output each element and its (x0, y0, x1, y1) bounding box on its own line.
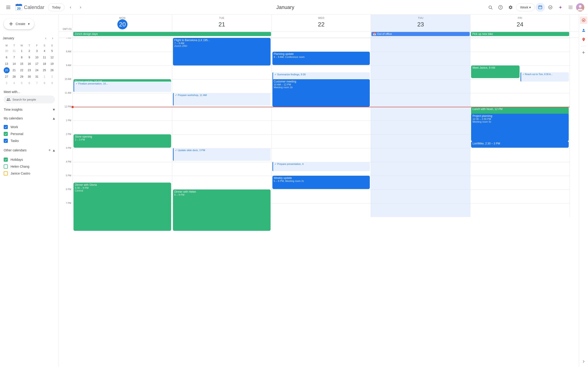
day-column-thu[interactable] (371, 38, 470, 217)
event-customer-meeting[interactable]: Customer meeting 10 AM – 12 PM Meeting r… (273, 79, 370, 107)
day-column-wed[interactable]: Planning update 8 – 9 AM, Conference roo… (272, 38, 371, 217)
day-column-tue[interactable]: Flight to Barcelona (LX 195... 7 – 9 AM … (172, 38, 272, 217)
calendar-item-personal[interactable]: Personal (0, 130, 58, 137)
calendar-item-janice[interactable]: Janice Castro (0, 170, 58, 177)
time-insights-header[interactable]: Time insights ▾ (0, 105, 58, 114)
mini-cal-day[interactable]: 1 (41, 74, 48, 80)
day-header-wed[interactable]: WED 22 (272, 15, 371, 31)
mini-cal-day[interactable]: 24 (34, 67, 40, 73)
mini-cal-day[interactable]: 28 (11, 74, 17, 80)
calendar-checkbox-janice[interactable] (4, 171, 8, 175)
event-prepare-workshop[interactable]: ✓ Prepare workshop, 11 AM (173, 93, 271, 106)
event-meet-janice[interactable]: Meet Janice, 9 AM (471, 66, 519, 78)
mini-cal-day[interactable]: 4 (11, 80, 17, 86)
my-calendars-header[interactable]: My calendars ▴ (0, 114, 58, 123)
mini-cal-day[interactable]: 27 (4, 74, 10, 80)
right-sidebar-tasks-icon[interactable] (580, 17, 587, 24)
create-button[interactable]: Create ▾ (4, 18, 34, 29)
mini-cal-day[interactable]: 3 (34, 48, 40, 54)
mini-cal-today[interactable]: 20 (4, 67, 10, 73)
add-calendar-button[interactable]: + (46, 147, 53, 153)
mini-cal-day[interactable]: 29 (19, 74, 25, 80)
mini-cal-day[interactable]: 31 (11, 48, 17, 54)
mini-cal-day[interactable]: 12 (49, 54, 55, 60)
right-sidebar-add-icon[interactable]: + (580, 49, 587, 56)
event-finalize[interactable]: ✓ Finalize presentation, 10... (74, 82, 171, 92)
day-column-fri[interactable]: Meet Janice, 9 AM ✓ Reach out to Tom, 9:… (470, 38, 570, 217)
tasks-view-button[interactable] (546, 3, 555, 12)
event-update-slide[interactable]: ✓ Update slide deck, 3 PM (173, 148, 271, 161)
right-sidebar-contacts-icon[interactable] (580, 27, 587, 34)
allday-cell-wed[interactable] (272, 32, 371, 38)
search-people-button[interactable]: Search for people (4, 96, 55, 103)
mini-cal-day[interactable]: 18 (41, 61, 48, 67)
mini-cal-day[interactable]: 4 (41, 48, 48, 54)
event-weekly-update[interactable]: Weekly update 5 – 6 PM, Meeting room 2c (273, 176, 370, 189)
mini-cal-day[interactable]: 14 (11, 61, 17, 67)
mini-cal-prev[interactable]: ‹ (42, 35, 49, 41)
mini-cal-day[interactable]: 5 (19, 80, 25, 86)
calendar-checkbox-helen[interactable] (4, 164, 8, 168)
calendar-item-holidays[interactable]: Holidays (0, 156, 58, 163)
right-sidebar-maps-icon[interactable] (580, 36, 587, 43)
calendar-checkbox-personal[interactable] (4, 132, 8, 136)
mini-cal-day[interactable]: 11 (41, 54, 48, 60)
event-flight[interactable]: Flight to Barcelona (LX 195... 7 – 9 AM … (173, 38, 271, 66)
mini-cal-day[interactable]: 9 (49, 80, 55, 86)
event-dinner-gloria[interactable]: Dinner with Gloria 5:30 – 9 PM Central (74, 183, 171, 231)
mini-cal-day[interactable]: 5 (49, 48, 55, 54)
mini-cal-day[interactable]: 13 (4, 61, 10, 67)
event-planning-update[interactable]: Planning update 8 – 9 AM, Conference roo… (273, 52, 370, 65)
mini-cal-day[interactable]: 22 (19, 67, 25, 73)
mini-cal-day[interactable]: 10 (34, 54, 40, 60)
mini-cal-day[interactable]: 7 (34, 80, 40, 86)
allday-cell-fri[interactable]: Pick up new bike (470, 32, 570, 38)
week-view-selector[interactable]: Week ▾ (516, 3, 535, 11)
calendar-item-helen[interactable]: Helen Chang (0, 163, 58, 170)
day-header-tue[interactable]: TUE 21 (172, 15, 272, 31)
mini-cal-next[interactable]: › (49, 35, 56, 41)
mini-cal-day[interactable]: 16 (26, 61, 32, 67)
mini-cal-day[interactable]: 31 (34, 74, 40, 80)
event-dinner-helen[interactable]: Dinner with Helen 6 – 9 PM (173, 190, 271, 231)
allday-event-outofoffice[interactable]: 📅 Out of office (371, 32, 470, 36)
calendar-checkbox-holidays[interactable] (4, 158, 8, 162)
allday-cell-thu[interactable]: 📅 Out of office (371, 32, 470, 38)
event-project-planning[interactable]: Project planning 12:30 – 2:30 PM Meeting… (471, 114, 569, 141)
mini-cal-day[interactable]: 8 (41, 80, 48, 86)
allday-event-bike[interactable]: Pick up new bike (471, 32, 569, 36)
event-store-opening[interactable]: Store opening 2 – 3 PM (74, 134, 171, 148)
gemini-button[interactable] (556, 3, 565, 12)
mini-cal-day[interactable]: 6 (4, 54, 10, 60)
logo-area[interactable]: 20 Calendar (15, 3, 44, 11)
mini-cal-day[interactable]: 26 (49, 67, 55, 73)
mini-cal-day[interactable]: 19 (49, 61, 55, 67)
mini-cal-day[interactable]: 1 (19, 48, 25, 54)
apps-button[interactable] (566, 3, 575, 12)
calendar-checkbox-tasks[interactable] (4, 139, 8, 143)
mini-cal-day[interactable]: 6 (26, 80, 32, 86)
event-reach-out-tom[interactable]: ✓ Reach out to Tom, 9:30 A... (521, 72, 569, 82)
allday-event-zurich[interactable]: Zürich design days (73, 32, 271, 36)
settings-button[interactable] (506, 3, 515, 12)
mini-cal-day[interactable]: 21 (11, 67, 17, 73)
day-header-fri[interactable]: FRI 24 (470, 15, 570, 31)
right-sidebar-chevron-icon[interactable] (580, 358, 587, 365)
calendar-item-tasks[interactable]: Tasks (0, 137, 58, 144)
mini-cal-day[interactable]: 3 (4, 80, 10, 86)
mini-cal-day[interactable]: 7 (11, 54, 17, 60)
event-prepare-pres[interactable]: ✓ Prepare presentation, 4 (273, 162, 370, 171)
mini-cal-day[interactable]: 8 (19, 54, 25, 60)
user-avatar[interactable] (576, 3, 584, 11)
event-lori-mike[interactable]: Lori/Mike, 2:30 – 3 PM (471, 141, 569, 148)
next-button[interactable]: › (76, 3, 85, 11)
prev-button[interactable]: ‹ (66, 3, 75, 11)
calendar-view-button[interactable] (536, 3, 545, 12)
mini-cal-day[interactable]: 9 (26, 54, 32, 60)
today-button[interactable]: Today (48, 3, 64, 11)
search-button[interactable] (486, 3, 495, 12)
day-header-mon[interactable]: MON 20 (73, 15, 172, 31)
calendar-item-work[interactable]: Work (0, 124, 58, 130)
menu-button[interactable] (4, 3, 13, 12)
calendar-checkbox-work[interactable] (4, 125, 8, 129)
